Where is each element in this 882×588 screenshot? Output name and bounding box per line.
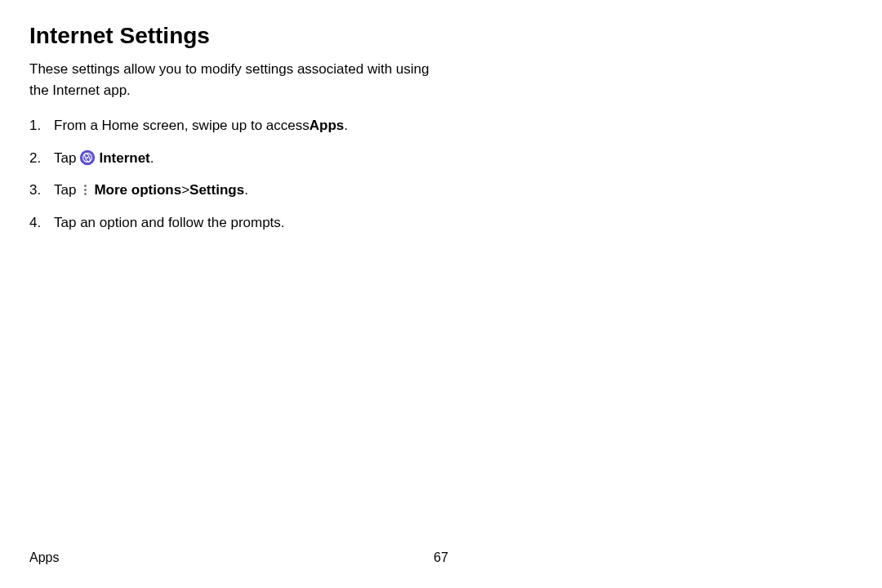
svg-point-3 (87, 157, 89, 159)
step-4: Tap an option and follow the prompts. (54, 212, 853, 234)
steps-list: From a Home screen, swipe up to access A… (29, 115, 853, 233)
step-1-text-pre: From a Home screen, swipe up to access (54, 115, 310, 136)
step-1-apps: Apps (310, 115, 345, 136)
page-footer: Apps 67 (29, 550, 853, 565)
intro-paragraph: These settings allow you to modify setti… (29, 59, 438, 100)
step-3-text-pre: Tap (54, 180, 76, 201)
step-2-text-pre: Tap (54, 148, 76, 169)
page-title: Internet Settings (29, 23, 853, 49)
step-4-text: Tap an option and follow the prompts. (54, 212, 285, 234)
step-2: Tap Internet . (54, 148, 853, 169)
step-2-text-post: . (150, 148, 154, 169)
more-options-icon (79, 182, 91, 198)
internet-icon (79, 149, 96, 166)
step-1-text-post: . (344, 115, 348, 136)
footer-page-number: 67 (434, 550, 448, 565)
step-3-separator: > (181, 180, 189, 201)
step-2-internet: Internet (99, 148, 149, 169)
step-3-settings: Settings (189, 180, 244, 201)
step-3-text-post: . (244, 180, 248, 201)
step-3-more-options: More options (94, 180, 181, 201)
step-1: From a Home screen, swipe up to access A… (54, 115, 853, 136)
footer-section: Apps (29, 550, 59, 564)
step-3: Tap More options > Settings . (54, 180, 853, 201)
